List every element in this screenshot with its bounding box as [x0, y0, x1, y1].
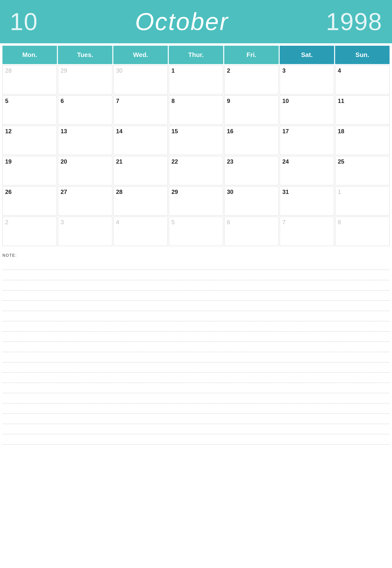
calendar-cell: 30 — [224, 186, 279, 216]
calendar-cell: 6 — [58, 95, 112, 125]
note-line-3 — [2, 280, 390, 290]
calendar-cell: 6 — [224, 217, 279, 246]
note-line-2 — [2, 270, 390, 280]
calendar-cell: 15 — [169, 126, 223, 155]
calendar-cell: 4 — [113, 217, 168, 246]
calendar-cell: 14 — [113, 126, 168, 155]
calendar-cell: 7 — [280, 217, 334, 246]
calendar-cell: 20 — [58, 156, 112, 185]
calendar-cell: 28 — [2, 65, 57, 94]
note-line-4 — [2, 290, 390, 301]
day-header-thu: Thur. — [169, 46, 223, 64]
note-line-14 — [2, 393, 390, 404]
week-row-1: 28 29 30 1 2 3 4 — [2, 65, 390, 94]
calendar-cell: 5 — [169, 217, 223, 246]
note-line-9 — [2, 342, 390, 352]
day-header-tue: Tues. — [58, 46, 112, 64]
calendar-cell: 29 — [169, 186, 223, 216]
calendar-cell: 26 — [2, 186, 57, 216]
note-line-6 — [2, 311, 390, 321]
calendar-cell: 1 — [335, 186, 390, 216]
note-line-13 — [2, 383, 390, 393]
calendar-cell: 8 — [169, 95, 223, 125]
note-line-12 — [2, 373, 390, 383]
note-line-8 — [2, 331, 390, 342]
note-line-5 — [2, 301, 390, 311]
note-line-15 — [2, 404, 390, 414]
calendar-cell: 12 — [2, 126, 57, 155]
calendar-cell: 7 — [113, 95, 168, 125]
day-header-fri: Fri. — [224, 46, 279, 64]
month-number: 10 — [10, 8, 38, 36]
calendar-cell: 2 — [224, 65, 279, 94]
notes-label: NOTE: — [2, 253, 390, 258]
week-row-2: 5 6 7 8 9 10 11 — [2, 95, 390, 125]
note-line-1 — [2, 260, 390, 270]
calendar-cell: 18 — [335, 126, 390, 155]
calendar-cell: 10 — [280, 95, 334, 125]
year: 1998 — [326, 8, 382, 36]
note-line-17 — [2, 424, 390, 434]
week-row-5: 26 27 28 29 30 31 1 — [2, 186, 390, 216]
calendar-cell: 9 — [224, 95, 279, 125]
calendar-cell: 23 — [224, 156, 279, 185]
calendar-cell: 2 — [2, 217, 57, 246]
calendar-cell: 24 — [280, 156, 334, 185]
day-header-mon: Mon. — [2, 46, 57, 64]
calendar-cell: 21 — [113, 156, 168, 185]
notes-section: NOTE: — [2, 253, 390, 445]
calendar-header: 10 October 1998 — [0, 0, 392, 43]
calendar-cell: 5 — [2, 95, 57, 125]
note-line-11 — [2, 362, 390, 373]
month-name: October — [48, 8, 316, 36]
calendar-cell: 22 — [169, 156, 223, 185]
note-line-10 — [2, 352, 390, 362]
calendar-cell: 30 — [113, 65, 168, 94]
calendar-cell: 4 — [335, 65, 390, 94]
days-header: Mon. Tues. Wed. Thur. Fri. Sat. Sun. — [2, 46, 390, 64]
calendar-cell: 3 — [58, 217, 112, 246]
calendar-cell: 27 — [58, 186, 112, 216]
note-line-16 — [2, 414, 390, 424]
calendar-cell: 13 — [58, 126, 112, 155]
note-line-18 — [2, 434, 390, 445]
week-row-4: 19 20 21 22 23 24 25 — [2, 156, 390, 185]
note-line-7 — [2, 321, 390, 331]
calendar-cell: 31 — [280, 186, 334, 216]
calendar-cell: 28 — [113, 186, 168, 216]
calendar-cell: 8 — [335, 217, 390, 246]
week-row-6: 2 3 4 5 6 7 8 — [2, 217, 390, 246]
calendar-cell: 25 — [335, 156, 390, 185]
calendar-cell: 19 — [2, 156, 57, 185]
calendar-cell: 3 — [280, 65, 334, 94]
calendar-cell: 29 — [58, 65, 112, 94]
week-row-3: 12 13 14 15 16 17 18 — [2, 126, 390, 155]
calendar-cell: 17 — [280, 126, 334, 155]
calendar-cell: 11 — [335, 95, 390, 125]
day-header-sun: Sun. — [335, 46, 390, 64]
day-header-wed: Wed. — [113, 46, 168, 64]
calendar-cell: 16 — [224, 126, 279, 155]
calendar-cell: 1 — [169, 65, 223, 94]
calendar-container: Mon. Tues. Wed. Thur. Fri. Sat. Sun. 28 … — [0, 46, 392, 246]
day-header-sat: Sat. — [280, 46, 334, 64]
